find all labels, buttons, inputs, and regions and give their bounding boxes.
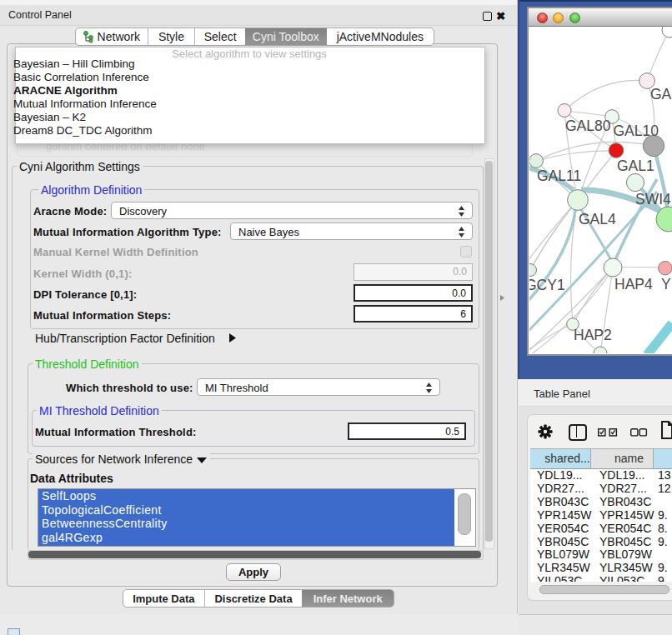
svg-text:Y: Y <box>661 276 671 292</box>
svg-text:GCY1: GCY1 <box>529 277 565 293</box>
svg-text:GAL10: GAL10 <box>614 122 659 139</box>
svg-text:GAL80: GAL80 <box>565 118 611 134</box>
svg-text:GAL4: GAL4 <box>579 211 616 228</box>
svg-text:SWI4: SWI4 <box>635 191 671 208</box>
svg-text:HAP4: HAP4 <box>614 276 653 292</box>
svg-text:GAL: GAL <box>650 86 672 102</box>
svg-text:HAP2: HAP2 <box>574 327 612 343</box>
svg-text:GAL1: GAL1 <box>617 158 654 174</box>
svg-text:GAL11: GAL11 <box>537 168 581 184</box>
